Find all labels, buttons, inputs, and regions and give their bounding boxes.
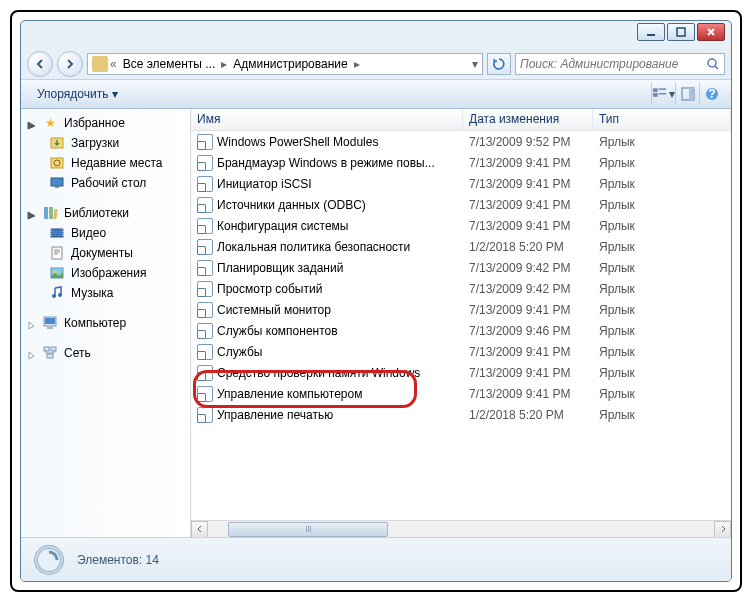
chevron-down-icon[interactable]: ▾ [472,57,478,71]
file-row[interactable]: Планировщик заданий7/13/2009 9:42 PMЯрлы… [191,257,731,278]
sidebar-label: Сеть [64,346,91,360]
content-area: Имя Дата изменения Тип Windows PowerShel… [191,109,731,537]
search-icon [706,57,720,71]
file-row[interactable]: Службы7/13/2009 9:41 PMЯрлык [191,341,731,362]
view-options-button[interactable]: ▾ [651,83,675,105]
file-row[interactable]: Просмотр событий7/13/2009 9:42 PMЯрлык [191,278,731,299]
recent-icon [49,155,65,171]
status-text: Элементов: 14 [77,553,159,567]
shortcut-icon [197,302,213,318]
column-header-date[interactable]: Дата изменения [463,109,593,130]
file-type: Ярлык [599,219,635,233]
svg-rect-27 [47,327,53,329]
status-bar: Элементов: 14 [21,537,731,581]
sidebar-item-video[interactable]: Видео [21,223,190,243]
breadcrumb[interactable]: « Все элементы ... ▸ Администрирование ▸… [87,53,483,75]
column-header-name[interactable]: Имя [191,109,463,130]
file-name: Управление печатью [217,408,469,422]
file-date: 1/2/2018 5:20 PM [469,408,599,422]
sidebar-item-recent[interactable]: Недавние места [21,153,190,173]
scroll-left-button[interactable] [191,521,208,538]
shortcut-icon [197,155,213,171]
file-type: Ярлык [599,156,635,170]
organize-button[interactable]: Упорядочить ▾ [29,83,126,105]
svg-rect-8 [689,88,694,100]
file-row[interactable]: Источники данных (ODBC)7/13/2009 9:41 PM… [191,194,731,215]
file-list: Windows PowerShell Modules7/13/2009 9:52… [191,131,731,520]
sidebar-item-downloads[interactable]: Загрузки [21,133,190,153]
sidebar-network[interactable]: Сеть [21,343,190,363]
svg-rect-17 [49,207,53,219]
svg-rect-14 [51,178,63,186]
folder-large-icon [31,542,67,578]
column-header-type[interactable]: Тип [593,109,731,130]
horizontal-scrollbar[interactable] [191,520,731,537]
breadcrumb-segment[interactable]: Администрирование [229,57,351,71]
file-row[interactable]: Системный монитор7/13/2009 9:41 PMЯрлык [191,299,731,320]
file-name: Инициатор iSCSI [217,177,469,191]
file-row[interactable]: Конфигурация системы7/13/2009 9:41 PMЯрл… [191,215,731,236]
file-type: Ярлык [599,198,635,212]
shortcut-icon [197,365,213,381]
svg-rect-26 [45,318,55,324]
sidebar-libraries[interactable]: Библиотеки [21,203,190,223]
svg-rect-15 [55,186,59,188]
nav-forward-button[interactable] [57,51,83,77]
refresh-button[interactable] [487,53,511,75]
documents-icon [49,245,65,261]
file-date: 7/13/2009 9:42 PM [469,261,599,275]
file-row[interactable]: Инициатор iSCSI7/13/2009 9:41 PMЯрлык [191,173,731,194]
file-row[interactable]: Службы компонентов7/13/2009 9:46 PMЯрлык [191,320,731,341]
chevron-right-icon: ▸ [354,57,360,71]
expand-icon[interactable] [27,349,36,358]
breadcrumb-segment[interactable]: Все элементы ... [119,57,220,71]
file-date: 7/13/2009 9:41 PM [469,177,599,191]
sidebar-label: Избранное [64,116,125,130]
sidebar-item-pictures[interactable]: Изображения [21,263,190,283]
shortcut-icon [197,386,213,402]
svg-point-24 [58,293,62,297]
file-row[interactable]: Управление печатью1/2/2018 5:20 PMЯрлык [191,404,731,425]
sidebar-label: Компьютер [64,316,126,330]
collapse-icon[interactable] [27,209,36,218]
chevron-down-icon: ▾ [112,87,118,101]
close-button[interactable] [697,23,725,41]
help-button[interactable]: ? [699,83,723,105]
sidebar-item-documents[interactable]: Документы [21,243,190,263]
sidebar-item-music[interactable]: Музыка [21,283,190,303]
preview-pane-button[interactable] [675,83,699,105]
nav-back-button[interactable] [27,51,53,77]
file-row[interactable]: Брандмауэр Windows в режиме повы...7/13/… [191,152,731,173]
file-row[interactable]: Управление компьютером7/13/2009 9:41 PMЯ… [191,383,731,404]
star-icon: ★ [42,115,58,131]
shortcut-icon [197,197,213,213]
svg-point-23 [52,294,56,298]
file-name: Системный монитор [217,303,469,317]
file-date: 7/13/2009 9:41 PM [469,156,599,170]
file-row[interactable]: Windows PowerShell Modules7/13/2009 9:52… [191,131,731,152]
file-date: 7/13/2009 9:41 PM [469,345,599,359]
collapse-icon[interactable] [27,119,36,128]
sidebar-computer[interactable]: Компьютер [21,313,190,333]
file-type: Ярлык [599,366,635,380]
file-name: Службы [217,345,469,359]
file-date: 7/13/2009 9:42 PM [469,282,599,296]
scrollbar-thumb[interactable] [228,522,388,537]
file-name: Просмотр событий [217,282,469,296]
file-row[interactable]: Локальная политика безопасности1/2/2018 … [191,236,731,257]
minimize-button[interactable] [637,23,665,41]
sidebar-favorites[interactable]: ★Избранное [21,113,190,133]
search-input[interactable] [520,57,706,71]
address-bar: « Все элементы ... ▸ Администрирование ▸… [21,49,731,79]
file-row[interactable]: Средство проверки памяти Windows7/13/200… [191,362,731,383]
file-date: 7/13/2009 9:46 PM [469,324,599,338]
sidebar-item-desktop[interactable]: Рабочий стол [21,173,190,193]
shortcut-icon [197,176,213,192]
folder-icon [92,56,108,72]
expand-icon[interactable] [27,319,36,328]
search-box[interactable] [515,53,725,75]
file-type: Ярлык [599,261,635,275]
maximize-button[interactable] [667,23,695,41]
scroll-right-button[interactable] [714,521,731,538]
svg-rect-1 [677,28,685,36]
